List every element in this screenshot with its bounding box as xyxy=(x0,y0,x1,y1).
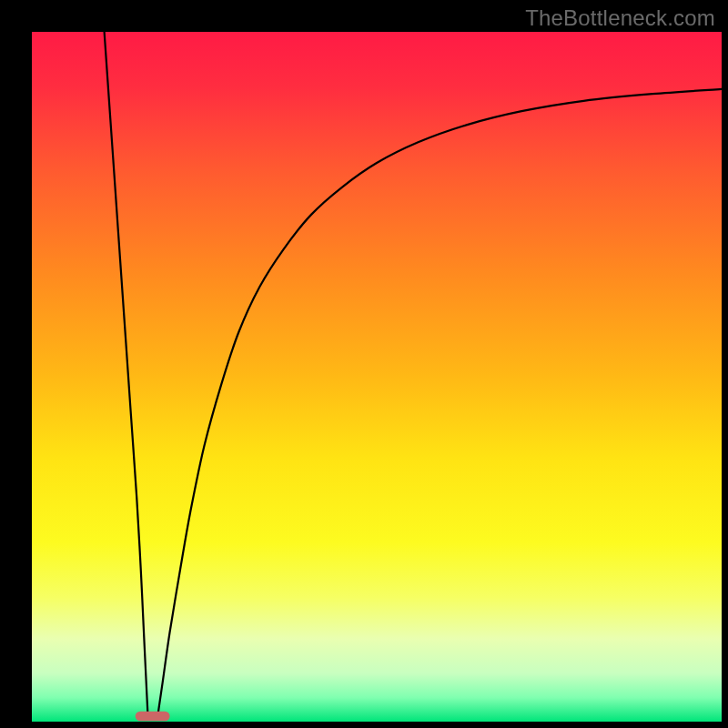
optimal-marker xyxy=(136,712,170,722)
bottleneck-chart xyxy=(0,0,728,728)
watermark-label: TheBottleneck.com xyxy=(525,5,715,31)
chart-frame: TheBottleneck.com xyxy=(0,0,728,728)
gradient-background xyxy=(32,32,722,722)
